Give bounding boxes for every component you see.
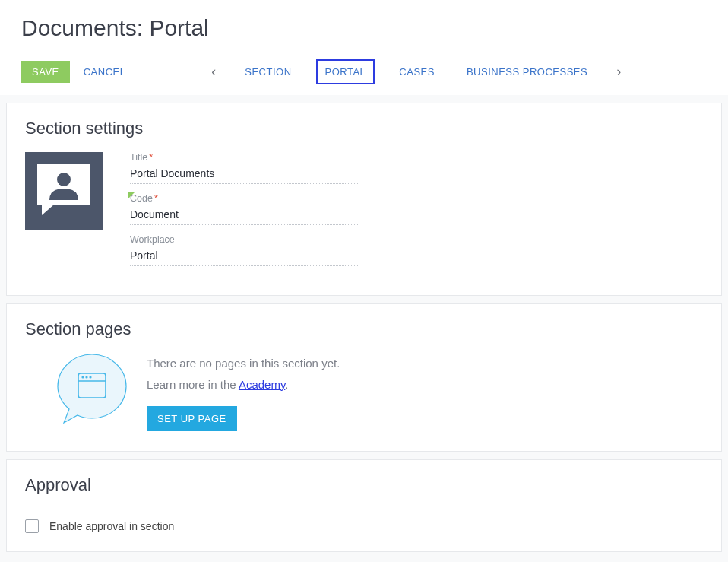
system-marker-icon <box>128 192 135 198</box>
approval-card: Approval Enable approval in section <box>6 459 722 552</box>
fields: Title * Portal Documents Code * Document… <box>130 152 358 275</box>
person-chat-icon <box>34 164 93 218</box>
tab-business-processes[interactable]: BUSINESS PROCESSES <box>459 61 595 83</box>
field-title: Title * Portal Documents <box>130 152 358 184</box>
svg-point-0 <box>57 173 71 186</box>
tab-cases[interactable]: CASES <box>391 61 442 83</box>
field-workplace: Workplace Portal <box>130 234 358 266</box>
setup-page-button[interactable]: SET UP PAGE <box>147 406 237 431</box>
speech-bubble-window-icon <box>55 353 128 425</box>
tab-next-icon[interactable]: › <box>612 62 625 81</box>
cancel-button[interactable]: CANCEL <box>84 66 126 78</box>
svg-point-4 <box>85 376 87 378</box>
field-title-label: Title <box>130 152 147 163</box>
tab-prev-icon[interactable]: ‹ <box>207 62 220 81</box>
field-title-value[interactable]: Portal Documents <box>130 163 358 184</box>
learn-suffix: . <box>285 378 288 391</box>
learn-more-text: Learn more in the Academy. <box>147 374 340 395</box>
section-pages-card: Section pages There are no pages in this… <box>6 303 722 452</box>
learn-prefix: Learn more in the <box>147 378 239 391</box>
field-workplace-value[interactable]: Portal <box>130 245 358 266</box>
page-title: Documents: Portal <box>21 15 707 41</box>
enable-approval-checkbox[interactable] <box>25 519 39 533</box>
tab-section[interactable]: SECTION <box>237 61 299 83</box>
section-settings-heading: Section settings <box>25 119 703 138</box>
required-star-icon: * <box>154 193 158 204</box>
section-icon-tile[interactable] <box>25 152 103 230</box>
approval-heading: Approval <box>25 475 703 495</box>
required-star-icon: * <box>149 152 153 163</box>
enable-approval-label: Enable approval in section <box>49 520 174 532</box>
svg-point-5 <box>89 376 91 378</box>
save-button[interactable]: SAVE <box>21 61 70 83</box>
no-pages-text: There are no pages in this section yet. <box>147 353 340 374</box>
svg-point-3 <box>81 376 84 378</box>
section-settings-card: Section settings Title * Portal Document… <box>6 103 722 296</box>
academy-link[interactable]: Academy <box>239 378 285 391</box>
tab-portal[interactable]: PORTAL <box>316 59 375 84</box>
field-code: Code * Document <box>130 193 358 225</box>
field-workplace-label: Workplace <box>130 234 175 245</box>
page-header: Documents: Portal SAVE CANCEL ‹ SECTION … <box>0 0 728 95</box>
pages-illustration <box>55 353 128 425</box>
section-pages-heading: Section pages <box>25 319 703 339</box>
toolbar: SAVE CANCEL ‹ SECTION PORTAL CASES BUSIN… <box>21 59 707 84</box>
tab-nav: ‹ SECTION PORTAL CASES BUSINESS PROCESSE… <box>125 59 707 84</box>
field-code-value[interactable]: Document <box>130 204 358 225</box>
